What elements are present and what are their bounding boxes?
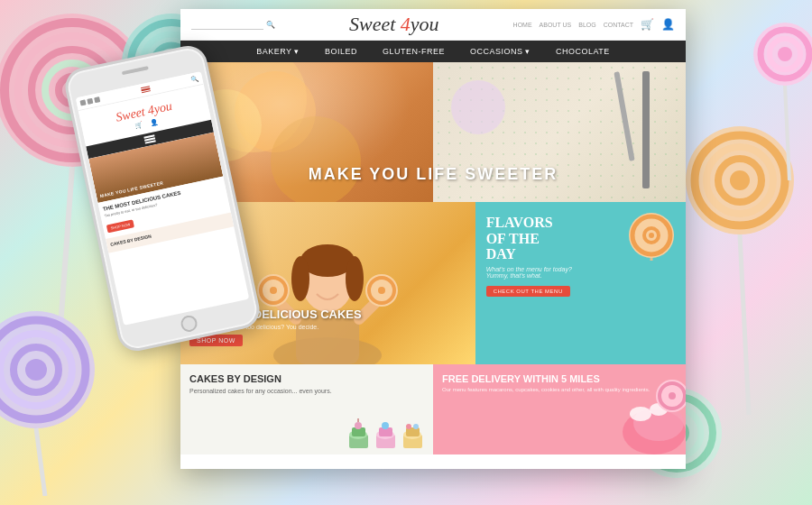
phone-user-icon[interactable]: 👤 [150, 118, 159, 127]
flavors-title-text: FLAVORSOF THEDAY [486, 215, 553, 262]
svg-point-65 [382, 422, 389, 429]
desktop-top-nav-links: HOME ABOUT US BLOG CONTACT [513, 22, 633, 28]
cakes-design-title: CAKES BY DESIGN [189, 373, 424, 384]
svg-point-60 [355, 422, 362, 429]
phone-social-icon-g [94, 96, 100, 103]
flavors-button[interactable]: CHECK OUT THE MENU [486, 286, 570, 297]
nav-link-contact[interactable]: CONTACT [604, 22, 633, 28]
delivery-decoration [609, 378, 686, 454]
hero-main-text: MAKE YOU LIFE SWEETER [309, 165, 558, 183]
nav-link-home[interactable]: HOME [513, 22, 532, 28]
phone-home-button[interactable] [180, 314, 198, 333]
svg-point-24 [730, 170, 750, 190]
svg-point-40 [346, 256, 364, 301]
desktop-logo-area: Sweet 4you [275, 13, 513, 36]
svg-line-19 [36, 428, 45, 496]
svg-line-25 [740, 234, 749, 415]
svg-point-50 [378, 287, 385, 294]
desktop-search-icon[interactable]: 🔍 [266, 21, 275, 29]
desktop-cart-icons: HOME ABOUT US BLOG CONTACT 🛒 👤 [513, 18, 675, 31]
flavors-box: FLAVORSOF THEDAY What's on the menu for … [475, 202, 686, 364]
svg-point-55 [649, 233, 654, 238]
phone-cart-icon[interactable]: 🛒 [134, 122, 143, 131]
svg-point-46 [270, 287, 277, 294]
nav-chocolate[interactable]: CHOCOLATE [552, 41, 614, 62]
phone-search-icon[interactable]: 🔍 [190, 75, 199, 84]
desktop-logo: Sweet 4you [349, 13, 439, 35]
cakes-design-box: CAKES BY DESIGN Personalized cakes for a… [180, 364, 433, 454]
nav-boiled[interactable]: BOILED [321, 41, 361, 62]
svg-point-18 [25, 359, 47, 381]
desktop-bottom-section: CAKES BY DESIGN Personalized cakes for a… [180, 364, 686, 454]
phone-speaker [122, 66, 149, 75]
desktop-user-icon[interactable]: 👤 [661, 18, 675, 31]
phone-social-icons [79, 96, 100, 106]
desktop-search-bar: 🔍 [191, 19, 275, 30]
desktop-mid-section: THE MOST DELICIOUS CAKES Too pretty to e… [180, 202, 686, 364]
desktop-cart-icon[interactable]: 🛒 [641, 18, 654, 31]
svg-point-39 [291, 256, 309, 301]
phone-menu-hamburger[interactable] [143, 134, 155, 143]
nav-link-blog[interactable]: BLOG [578, 22, 595, 28]
svg-point-70 [413, 424, 419, 429]
desktop-search-input[interactable] [191, 19, 263, 30]
phone-shop-btn[interactable]: SHOP NOW [106, 219, 134, 233]
desktop-top-bar: 🔍 Sweet 4you HOME ABOUT US BLOG CONTACT … [180, 9, 686, 41]
desktop-hero: MAKE YOU LIFE SWEETER [180, 62, 686, 202]
nav-occasions[interactable]: OCCASIONS ▾ [466, 41, 534, 62]
svg-point-29 [778, 47, 792, 61]
flavors-sub-text: What's on the menu for today?Yummy, that… [486, 266, 572, 279]
hero-text-overlay: MAKE YOU LIFE SWEETER [180, 165, 686, 184]
nav-gluten[interactable]: GLUTEN-FREE [379, 41, 448, 62]
svg-point-73 [630, 407, 651, 421]
svg-point-69 [406, 424, 411, 429]
flavors-lollipop [627, 211, 677, 261]
nav-link-about[interactable]: ABOUT US [540, 22, 572, 28]
phone-social-icon-t [87, 98, 93, 105]
desktop-mockup: 🔍 Sweet 4you HOME ABOUT US BLOG CONTACT … [180, 9, 686, 469]
flavors-subtitle: What's on the menu for today?Yummy, that… [486, 266, 675, 279]
logo-number: 4 [401, 13, 411, 35]
desktop-nav: BAKERY ▾ BOILED GLUTEN-FREE OCCASIONS ▾ … [180, 41, 686, 62]
mid-section-right: FLAVORSOF THEDAY What's on the menu for … [475, 202, 686, 364]
svg-point-78 [669, 392, 676, 399]
cakes-design-subtitle: Personalized cakes for any occasion... e… [189, 387, 424, 395]
free-delivery-box: FREE DELIVERY WITHIN 5 MILES Our menu fe… [433, 364, 686, 454]
desktop-top-left: 🔍 [191, 19, 275, 30]
nav-bakery[interactable]: BAKERY ▾ [253, 41, 303, 62]
phone-hamburger-icon[interactable] [140, 86, 150, 93]
cake-decorations [347, 418, 424, 450]
phone-social-icon-f [79, 99, 86, 106]
